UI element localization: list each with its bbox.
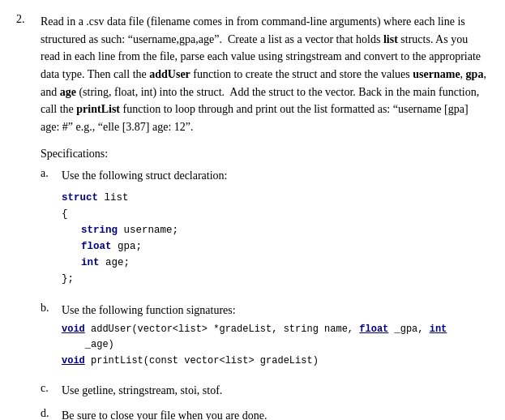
spec-d: d. Be sure to close your file when you a… xyxy=(41,407,489,420)
spec-c-letter: c. xyxy=(41,382,57,395)
func-sig-2: void printList(const vector<list> gradeL… xyxy=(62,354,489,369)
func-sig-1-cont: _age) xyxy=(62,337,489,353)
code-line-5: int age; xyxy=(62,255,489,271)
spec-b-content: Use the following function signatures: v… xyxy=(62,302,489,372)
bold-gpa: gpa xyxy=(466,68,484,80)
code-line-4: float gpa; xyxy=(62,238,489,255)
spec-a: a. Use the following struct declaration:… xyxy=(41,167,489,292)
bold-age: age xyxy=(60,86,76,98)
spec-c-content: Use getline, stringstream, stoi, stof. xyxy=(62,382,489,400)
spec-a-letter: a. xyxy=(41,167,57,180)
code-line-3: string username; xyxy=(62,222,489,238)
code-line-2: { xyxy=(62,206,489,222)
spec-b-letter: b. xyxy=(41,302,57,315)
func-sig-1: void addUser(vector<list> *gradeList, st… xyxy=(62,322,489,337)
specs-label: Specifications: xyxy=(41,148,489,161)
spec-c-text: Use getline, stringstream, stoi, stof. xyxy=(62,384,222,396)
struct-code-block: struct list { string username; float gpa… xyxy=(62,190,489,287)
spec-d-content: Be sure to close your file when you are … xyxy=(62,407,489,420)
bold-list: list xyxy=(383,33,398,45)
question-text: Read in a .csv data file (filename comes… xyxy=(41,13,489,136)
spec-d-letter: d. xyxy=(41,407,57,420)
question-number: 2. xyxy=(16,13,34,420)
code-line-6: }; xyxy=(62,271,489,287)
bold-adduser: addUser xyxy=(149,68,190,80)
spec-a-content: Use the following struct declaration: st… xyxy=(62,167,489,292)
code-line-1: struct list xyxy=(62,190,489,206)
spec-c: c. Use getline, stringstream, stoi, stof… xyxy=(41,382,489,400)
spec-b-label: Use the following function signatures: xyxy=(62,304,236,316)
func-sig-block: void addUser(vector<list> *gradeList, st… xyxy=(62,322,489,369)
bold-username: username xyxy=(413,68,460,80)
bold-printlist: printList xyxy=(76,103,120,115)
spec-a-label: Use the following struct declaration: xyxy=(62,169,228,182)
question-body: Read in a .csv data file (filename comes… xyxy=(41,13,489,420)
spec-d-text: Be sure to close your file when you are … xyxy=(62,409,267,420)
spec-b: b. Use the following function signatures… xyxy=(41,302,489,372)
question-2-block: 2. Read in a .csv data file (filename co… xyxy=(16,13,489,420)
